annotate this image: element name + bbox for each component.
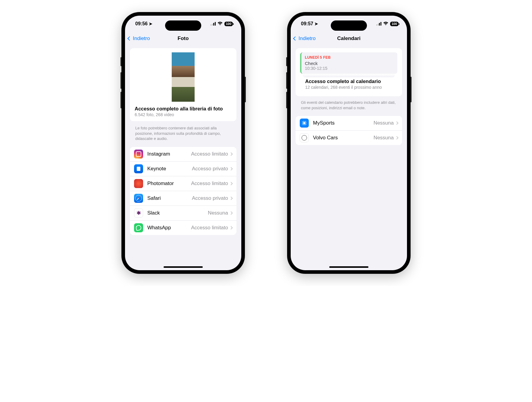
app-name: Safari <box>147 195 192 201</box>
app-row-mysports[interactable]: MySportsNessuna <box>296 116 402 130</box>
app-row-photomator[interactable]: PhotomatorAccesso limitato <box>130 176 236 191</box>
status-time: 09:56 <box>135 21 148 26</box>
app-list: MySportsNessunaVolvo CarsNessuna <box>296 116 402 145</box>
app-name: Volvo Cars <box>313 135 374 141</box>
mysports-icon <box>300 119 309 128</box>
event-stack-decor <box>303 74 395 77</box>
nav-bar: Indietro Calendari <box>291 32 407 45</box>
app-access-value: Nessuna <box>374 135 394 141</box>
app-row-safari[interactable]: SafariAccesso privato <box>130 191 236 206</box>
chevron-right-icon <box>229 211 233 215</box>
summary-title: Accesso completo alla libreria di foto <box>135 106 232 112</box>
app-row-keynote[interactable]: KeynoteAccesso privato <box>130 161 236 176</box>
chevron-left-icon <box>127 36 132 41</box>
event-date: LUNEDÌ 5 FEB <box>305 55 394 60</box>
back-button[interactable]: Indietro <box>294 32 316 45</box>
calendar-summary-card: LUNEDÌ 5 FEB Check 10:30-12:15 Accesso c… <box>296 48 402 96</box>
battery-icon: 100 <box>390 22 399 26</box>
event-preview: LUNEDÌ 5 FEB Check 10:30-12:15 <box>300 52 397 74</box>
phone-left: 09:56 ➤ 100 Indietro Foto <box>121 12 245 274</box>
volume-down[interactable] <box>120 92 122 108</box>
app-access-value: Accesso limitato <box>191 225 228 231</box>
volume-up[interactable] <box>286 72 287 89</box>
app-row-whatsapp[interactable]: WhatsAppAccesso limitato <box>130 220 236 235</box>
volvo-icon <box>300 133 309 142</box>
summary-title: Accesso completo al calendario <box>305 79 393 84</box>
chevron-right-icon <box>229 182 233 185</box>
app-name: MySports <box>313 120 374 126</box>
nav-bar: Indietro Foto <box>125 32 241 45</box>
thumb-2 <box>172 77 195 102</box>
app-access-value: Nessuna <box>374 120 394 126</box>
content[interactable]: Accesso completo alla libreria di foto 6… <box>125 45 241 270</box>
app-name: Instagram <box>147 151 191 157</box>
page-title: Foto <box>178 36 189 42</box>
event-time: 10:30-12:15 <box>305 66 394 71</box>
home-indicator[interactable] <box>329 266 368 268</box>
content[interactable]: LUNEDÌ 5 FEB Check 10:30-12:15 Accesso c… <box>291 45 407 270</box>
dynamic-island <box>165 20 201 31</box>
app-access-value: Accesso privato <box>192 166 228 172</box>
privacy-note: Le foto potrebbero contenere dati associ… <box>130 124 236 147</box>
app-access-value: Accesso privato <box>192 195 228 201</box>
slack-icon <box>134 209 143 218</box>
back-label: Indietro <box>299 36 316 42</box>
chevron-left-icon <box>293 36 297 41</box>
summary-subtitle: 12 calendari, 268 eventi il prossimo ann… <box>305 85 393 90</box>
chevron-right-icon <box>229 196 233 200</box>
wifi-icon <box>217 21 223 26</box>
cellular-icon <box>211 22 216 26</box>
app-access-value: Accesso limitato <box>191 151 228 157</box>
cellular-icon <box>376 22 381 26</box>
app-list: InstagramAccesso limitatoKeynoteAccesso … <box>130 147 236 235</box>
app-name: Photomator <box>147 181 191 187</box>
chevron-right-icon <box>395 121 398 125</box>
page-title: Calendari <box>337 36 360 42</box>
screen: 09:57 ➤ 100 Indietro Calendari LUNEDÌ 5 … <box>291 16 407 270</box>
app-access-value: Accesso limitato <box>191 181 228 187</box>
app-name: Keynote <box>147 166 192 172</box>
status-time: 09:57 <box>301 21 313 26</box>
dynamic-island <box>331 20 367 31</box>
app-name: Slack <box>147 210 208 216</box>
safari-icon <box>134 194 143 203</box>
app-row-slack[interactable]: SlackNessuna <box>130 206 236 220</box>
location-icon: ➤ <box>315 21 318 26</box>
back-button[interactable]: Indietro <box>128 32 150 45</box>
location-icon: ➤ <box>149 21 152 26</box>
chevron-right-icon <box>229 152 233 156</box>
chevron-right-icon <box>229 226 233 229</box>
home-indicator[interactable] <box>164 266 203 268</box>
mute-switch[interactable] <box>120 57 122 66</box>
mute-switch[interactable] <box>286 57 287 66</box>
app-row-volvo-cars[interactable]: Volvo CarsNessuna <box>296 130 402 145</box>
thumb-1 <box>172 52 195 77</box>
summary-subtitle: 6.542 foto, 268 video <box>135 112 232 117</box>
whatsapp-icon <box>134 223 143 232</box>
photo-thumbnails <box>172 52 195 102</box>
instagram-icon <box>134 150 143 159</box>
app-name: WhatsApp <box>147 225 191 231</box>
power-button[interactable] <box>245 77 246 102</box>
keynote-icon <box>134 164 143 173</box>
chevron-right-icon <box>395 136 398 139</box>
volume-up[interactable] <box>120 72 122 89</box>
chevron-right-icon <box>229 167 233 170</box>
screen: 09:56 ➤ 100 Indietro Foto <box>125 16 241 270</box>
photos-summary-card: Accesso completo alla libreria di foto 6… <box>130 48 236 121</box>
photomator-icon <box>134 179 143 188</box>
app-row-instagram[interactable]: InstagramAccesso limitato <box>130 147 236 161</box>
phone-right: 09:57 ➤ 100 Indietro Calendari LUNEDÌ 5 … <box>287 12 411 274</box>
event-title: Check <box>305 61 394 66</box>
wifi-icon <box>383 21 388 26</box>
battery-icon: 100 <box>224 22 233 26</box>
app-access-value: Nessuna <box>208 210 228 216</box>
back-label: Indietro <box>133 36 150 42</box>
power-button[interactable] <box>410 77 412 102</box>
volume-down[interactable] <box>286 92 287 108</box>
privacy-note: Gli eventi del calendario potrebbero inc… <box>296 98 402 116</box>
